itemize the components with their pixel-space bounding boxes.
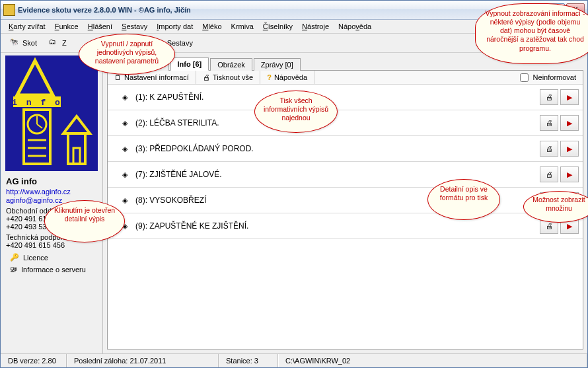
menu-mleko[interactable]: Mléko (198, 21, 225, 32)
export-arrow-icon: ▶ (567, 119, 572, 128)
row-export-button[interactable]: ▶ (560, 89, 579, 105)
info-row[interactable]: ◈(7): ZJIŠTĚNÉ JALOVÉ.🖨▶ (108, 162, 583, 188)
printer-icon: 🖨 (546, 93, 553, 101)
status-path: C:\AGWIN\KRW_02 (278, 354, 587, 367)
export-arrow-icon: ▶ (567, 93, 572, 102)
menu-napoveda[interactable]: Nápověda (334, 21, 375, 32)
tool-z-label: Z (62, 39, 67, 47)
sidebar-server-info[interactable]: 🖳 Informace o serveru (3, 266, 86, 274)
sidebar-licence-label: Licence (23, 254, 48, 262)
sidebar-server-label: Informace o serveru (21, 266, 86, 274)
info-row[interactable]: ◈(8): VYSOKOBŘEZÍ🖨▶ (108, 188, 583, 213)
diamond-icon: ◈ (118, 93, 131, 102)
info-row[interactable]: ◈(2): LÉČBA STERILITA.🖨▶ (108, 110, 583, 136)
window-title: Evidence skotu verze 2.8.0.0 WIN - ©AG i… (18, 6, 527, 14)
menu-hlaseni[interactable]: Hlášení (84, 21, 116, 32)
server-icon: 🖳 (10, 266, 17, 274)
row-export-button[interactable]: ▶ (560, 141, 579, 157)
tab-zpravy[interactable]: Zprávy [0] (254, 58, 301, 71)
info-row-label: (9): ZAPUŠTĚNÉ KE ZJIŠTĚNÍ. (135, 221, 538, 231)
menu-importy[interactable]: Importy dat (153, 21, 197, 32)
printer-icon: 🖨 (546, 145, 553, 153)
diamond-icon: ◈ (118, 196, 131, 205)
info-row-label: (1): K ZAPUŠTĚNÍ. (135, 92, 538, 102)
cow-icon: 🐄 (9, 38, 20, 48)
logo: i n f o (5, 55, 98, 171)
callout-open-detail: Kliknutím je otevřen detailní výpis (44, 200, 125, 242)
printer-icon: 🖨 (546, 222, 553, 230)
neinformovat-checkbox[interactable]: Neinformovat (511, 71, 583, 84)
key-icon: 🔑 (10, 253, 19, 262)
app-icon (3, 4, 15, 16)
status-db: DB verze: 2.80 (1, 354, 67, 367)
svg-text:i n f o: i n f o (12, 98, 62, 108)
btn-tisknout-vse[interactable]: 🖨 Tisknout vše (196, 71, 260, 84)
info-row-label: (7): ZJIŠTĚNÉ JALOVÉ. (135, 170, 538, 179)
diamond-icon: ◈ (118, 145, 131, 153)
info-list: ◈(1): K ZAPUŠTĚNÍ.🖨▶◈(2): LÉČBA STERILIT… (108, 85, 583, 349)
info-row[interactable]: ◈(1): K ZAPUŠTĚNÍ.🖨▶ (108, 85, 583, 110)
main-area: Aktualizace [0] Info [6] Obrázek Zprávy … (103, 53, 587, 353)
row-print-button[interactable]: 🖨 (540, 166, 558, 182)
sidebar-licence[interactable]: 🔑 Licence (3, 253, 48, 262)
status-bar: DB verze: 2.80 Poslední záloha: 21.07.20… (1, 353, 587, 367)
tool-z[interactable]: 🗂 Z (44, 36, 71, 50)
info-row[interactable]: ◈(9): ZAPUŠTĚNÉ KE ZJIŠTĚNÍ.🖨▶ (108, 213, 583, 239)
printer-icon: 🖨 (203, 73, 210, 81)
question-icon: ? (267, 73, 272, 81)
app-window: Evidence skotu verze 2.8.0.0 WIN - ©AG i… (0, 0, 588, 368)
card-icon: 🗂 (49, 38, 59, 48)
btn-nastaveni-label: Nastavení informací (124, 73, 189, 81)
status-stanice: Stanice: 3 (219, 354, 278, 367)
callout-neinformovat: Vypnout zobrazování informací - některé … (475, 3, 588, 64)
row-print-button[interactable]: 🖨 (540, 115, 558, 131)
printer-icon: 🖨 (546, 170, 553, 178)
export-arrow-icon: ▶ (567, 170, 572, 179)
menu-sestavy[interactable]: Sestavy (118, 21, 151, 32)
info-panel: 🗒 Nastavení informací 🖨 Tisknout vše ? N… (107, 70, 583, 350)
tab-info[interactable]: Info [6] (170, 57, 209, 71)
neinformovat-label: Neinformovat (533, 73, 576, 81)
callout-detail-print: Detailní opis ve formátu pro tisk (427, 179, 500, 220)
panel-toolbar: 🗒 Nastavení informací 🖨 Tisknout vše ? N… (108, 71, 583, 85)
btn-napoveda[interactable]: ? Nápověda (260, 71, 314, 84)
btn-tisknout-label: Tisknout vše (213, 73, 253, 81)
tab-obrazek[interactable]: Obrázek (210, 58, 252, 71)
export-arrow-icon: ▶ (567, 145, 572, 153)
neinformovat-input[interactable] (520, 73, 529, 82)
row-print-button[interactable]: 🖨 (540, 141, 558, 157)
menu-krmiva[interactable]: Krmiva (227, 21, 258, 32)
btn-napoveda-label: Nápověda (274, 73, 307, 81)
info-row[interactable]: ◈(3): PŘEDPOKLÁDANÝ POROD.🖨▶ (108, 136, 583, 162)
export-arrow-icon: ▶ (567, 222, 572, 231)
menu-karty[interactable]: Karty zvířat (5, 21, 50, 32)
menu-nastroje[interactable]: Nástroje (298, 21, 333, 32)
menu-ciselniky[interactable]: Číselníky (259, 21, 297, 32)
settings-icon: 🗒 (114, 73, 122, 81)
tool-skot[interactable]: 🐄 Skot (5, 36, 42, 50)
info-row-label: (2): LÉČBA STERILITA. (135, 118, 538, 128)
company-url[interactable]: http://www.aginfo.cz (6, 188, 97, 196)
tool-skot-label: Skot (22, 39, 37, 47)
callout-print-all: Tisk všech informativních výpisů najedno… (254, 91, 338, 133)
status-zaloha: Poslední záloha: 21.07.2011 (67, 354, 219, 367)
row-export-button[interactable]: ▶ (560, 115, 579, 131)
diamond-icon: ◈ (118, 170, 131, 179)
printer-icon: 🖨 (546, 119, 553, 127)
diamond-icon: ◈ (118, 119, 131, 128)
company-name: AG info (6, 176, 97, 186)
row-print-button[interactable]: 🖨 (540, 89, 558, 105)
info-row-label: (3): PŘEDPOKLÁDANÝ POROD. (135, 144, 538, 153)
menu-funkce[interactable]: Funkce (51, 21, 83, 32)
callout-settings: Vypnutí / zapnutí jednotlivých výpisů, n… (79, 34, 175, 75)
callout-show-set: Možnost zobrazit množinu (523, 191, 588, 223)
row-export-button[interactable]: ▶ (560, 166, 579, 182)
